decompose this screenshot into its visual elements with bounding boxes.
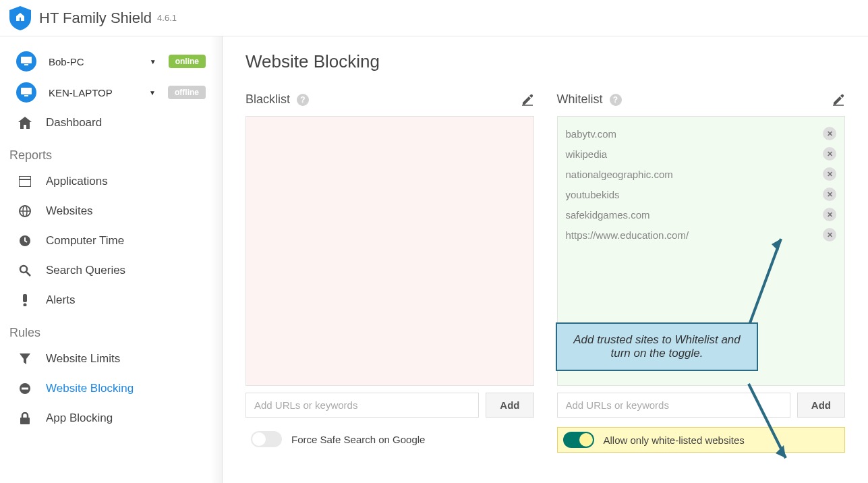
svg-line-11 bbox=[26, 272, 30, 276]
safe-search-toggle[interactable] bbox=[251, 431, 282, 447]
list-item: wikipedia✕ bbox=[566, 144, 837, 164]
device-bob-pc[interactable]: Bob-PC ▼ online bbox=[0, 46, 222, 77]
shield-logo-icon bbox=[9, 6, 31, 30]
list-item-text: wikipedia bbox=[566, 148, 823, 160]
device-name: KEN-LAPTOP bbox=[49, 87, 149, 98]
svg-point-13 bbox=[24, 304, 27, 307]
whitelist-title: Whitelist bbox=[557, 92, 603, 107]
hint-callout: Add trusted sites to Whitelist and turn … bbox=[556, 322, 758, 371]
nav-label: Websites bbox=[46, 204, 93, 218]
whitelist-only-label: Allow only white-listed websites bbox=[604, 434, 745, 446]
monitor-icon bbox=[16, 82, 36, 103]
delete-icon[interactable]: ✕ bbox=[823, 188, 836, 201]
svg-line-21 bbox=[749, 384, 786, 458]
nav-label: Alerts bbox=[46, 293, 75, 307]
status-badge: offline bbox=[168, 86, 206, 99]
delete-icon[interactable]: ✕ bbox=[823, 167, 836, 181]
nav-computer-time[interactable]: Computer Time bbox=[0, 226, 222, 256]
search-icon bbox=[16, 264, 34, 277]
svg-rect-3 bbox=[24, 95, 28, 96]
sidebar: Bob-PC ▼ online KEN-LAPTOP ▼ offline Das… bbox=[0, 36, 223, 483]
blacklist-column: Blacklist ? Add Force Safe Search on Goo… bbox=[245, 92, 534, 453]
section-reports: Reports bbox=[0, 138, 222, 167]
svg-rect-12 bbox=[23, 294, 27, 302]
nav-label: App Blocking bbox=[46, 411, 113, 425]
globe-icon bbox=[16, 205, 34, 217]
list-item: safekidgames.com✕ bbox=[566, 204, 837, 225]
nav-search-queries[interactable]: Search Queries bbox=[0, 256, 222, 285]
list-item: https://www.education.com/✕ bbox=[566, 225, 837, 245]
edit-icon[interactable] bbox=[832, 93, 845, 107]
block-icon bbox=[16, 382, 34, 395]
filter-icon bbox=[16, 353, 34, 364]
nav-label: Website Blocking bbox=[46, 382, 134, 395]
svg-rect-0 bbox=[21, 57, 32, 63]
main-content: Website Blocking Blacklist ? Add bbox=[223, 36, 868, 483]
section-rules: Rules bbox=[0, 315, 222, 344]
nav-label: Computer Time bbox=[46, 234, 124, 248]
blacklist-box bbox=[245, 116, 534, 386]
safe-search-label: Force Safe Search on Google bbox=[291, 434, 425, 445]
list-item-text: youtubekids bbox=[566, 189, 823, 200]
nav-label: Applications bbox=[46, 175, 108, 188]
list-item: babytv.com✕ bbox=[566, 123, 837, 144]
whitelist-column: Whitelist ? babytv.com✕wikipedia✕nationa… bbox=[557, 92, 846, 453]
chevron-down-icon[interactable]: ▼ bbox=[150, 58, 156, 65]
whitelist-only-row: Allow only white-listed websites bbox=[557, 427, 846, 453]
list-item-text: safekidgames.com bbox=[566, 209, 823, 221]
device-name: Bob-PC bbox=[49, 56, 150, 67]
device-ken-laptop[interactable]: KEN-LAPTOP ▼ offline bbox=[0, 77, 222, 108]
lock-icon bbox=[16, 412, 34, 424]
whitelist-only-toggle[interactable] bbox=[563, 432, 594, 448]
svg-rect-4 bbox=[19, 176, 31, 187]
app-header: HT Family Shield 4.6.1 bbox=[0, 0, 868, 36]
status-badge: online bbox=[169, 55, 206, 68]
nav-websites[interactable]: Websites bbox=[0, 196, 222, 226]
svg-point-10 bbox=[20, 266, 27, 273]
clock-icon bbox=[16, 235, 34, 247]
nav-label: Website Limits bbox=[46, 352, 120, 366]
blacklist-add-button[interactable]: Add bbox=[486, 393, 533, 418]
app-title: HT Family Shield bbox=[39, 9, 152, 27]
blacklist-add-input[interactable] bbox=[245, 393, 479, 418]
svg-rect-2 bbox=[21, 88, 32, 94]
svg-rect-15 bbox=[22, 388, 28, 390]
nav-dashboard[interactable]: Dashboard bbox=[0, 108, 222, 138]
delete-icon[interactable]: ✕ bbox=[823, 127, 836, 140]
home-icon bbox=[16, 117, 34, 129]
app-version: 4.6.1 bbox=[157, 13, 177, 23]
whitelist-add-button[interactable]: Add bbox=[797, 393, 845, 418]
safe-search-row: Force Safe Search on Google bbox=[245, 427, 534, 451]
help-icon[interactable]: ? bbox=[297, 94, 309, 106]
alert-icon bbox=[16, 294, 34, 306]
page-title: Website Blocking bbox=[245, 51, 845, 72]
chevron-down-icon[interactable]: ▼ bbox=[149, 89, 156, 96]
nav-applications[interactable]: Applications bbox=[0, 167, 222, 196]
list-item-text: nationalgeographic.com bbox=[566, 169, 823, 180]
edit-icon[interactable] bbox=[521, 93, 534, 107]
monitor-icon bbox=[16, 51, 36, 72]
nav-website-limits[interactable]: Website Limits bbox=[0, 344, 222, 374]
list-item: nationalgeographic.com✕ bbox=[566, 164, 837, 184]
delete-icon[interactable]: ✕ bbox=[823, 208, 836, 221]
blacklist-title: Blacklist bbox=[245, 92, 290, 107]
nav-alerts[interactable]: Alerts bbox=[0, 285, 222, 315]
svg-rect-1 bbox=[24, 64, 28, 65]
list-item-text: babytv.com bbox=[566, 128, 823, 140]
delete-icon[interactable]: ✕ bbox=[823, 228, 836, 242]
nav-website-blocking[interactable]: Website Blocking bbox=[0, 374, 222, 403]
window-icon bbox=[16, 176, 34, 187]
nav-label: Dashboard bbox=[46, 116, 102, 130]
svg-rect-16 bbox=[20, 418, 30, 424]
list-item: youtubekids✕ bbox=[566, 184, 837, 204]
delete-icon[interactable]: ✕ bbox=[823, 147, 836, 161]
arrow-icon bbox=[742, 232, 789, 333]
nav-label: Search Queries bbox=[46, 264, 125, 277]
nav-app-blocking[interactable]: App Blocking bbox=[0, 403, 222, 433]
arrow-icon bbox=[742, 380, 796, 468]
help-icon[interactable]: ? bbox=[610, 94, 622, 106]
svg-line-19 bbox=[749, 239, 781, 326]
